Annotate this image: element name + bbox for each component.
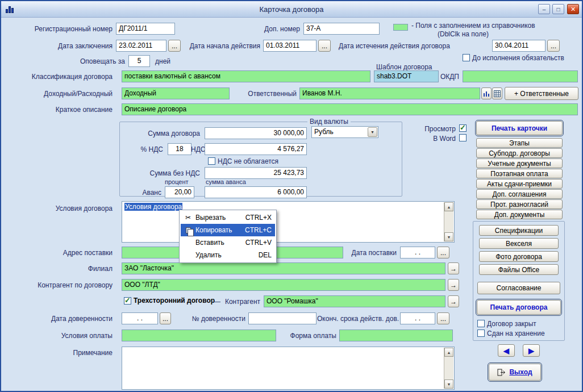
office-files-button[interactable]: Файлы Office [479,264,559,275]
counterparty-field[interactable]: ООО "ЛТД" [122,279,445,291]
end-date-field[interactable]: 30.04.2011 [492,40,545,52]
notify-suffix-label: дней [155,57,170,65]
notify-label: Оповещать за [7,57,125,65]
end-date-picker-button[interactable]: ... [547,40,560,52]
word-checkbox[interactable] [459,134,467,141]
classification-label: Классификация договора [7,73,113,81]
staged-payment-button[interactable]: Поэтапная оплата [476,169,563,178]
additional-docs-button[interactable]: Доп. документы [476,210,563,219]
addendums-button[interactable]: Доп. соглашения [476,189,563,199]
maximize-button[interactable]: □ [552,4,564,14]
contract-sum-field[interactable]: 30 000,00 [205,127,307,139]
print-contract-button[interactable]: Печать договора [477,300,561,315]
stages-button[interactable]: Этапы [476,138,563,148]
add-responsibles-button[interactable]: + Ответственные [505,87,578,100]
acceptance-acts-button[interactable]: Акты сдачи-приемки [476,179,563,189]
tripartite-counterparty-field[interactable]: ООО "Ромашка" [264,295,445,307]
advance-sum-field[interactable]: 6 000,00 [205,186,307,198]
specifications-button[interactable]: Спецификации [479,225,559,236]
note-scrollbar[interactable]: ▲ ▼ [444,348,453,389]
classification-field[interactable]: поставки валютный с авансом [122,70,370,82]
print-card-button[interactable]: Печать карточки [476,121,563,135]
currency-select[interactable]: Рубль ▼ [311,126,378,138]
preview-checkbox[interactable] [459,124,467,132]
preview-label: Просмотр [399,125,456,133]
tripartite-checkbox[interactable] [124,297,131,305]
note-textarea[interactable]: ▲ ▼ [122,347,455,390]
branch-label: Филиал [7,265,113,273]
delivery-date-picker-button[interactable]: ... [437,247,449,258]
end-date-label: Дата истечения действия договора [339,42,450,50]
attorney-date-picker-button[interactable]: ... [160,312,171,324]
branch-select-button[interactable]: → [448,262,459,274]
scroll-up-icon[interactable]: ▲ [444,202,453,211]
short-description-field[interactable]: Описание договора [122,103,578,115]
attorney-number-label: № доверенности [172,315,245,323]
contract-card-window: Карточка договора – □ ✕ Регистрационный … [0,0,583,392]
responsible-field[interactable]: Иванов М.Н. [299,87,480,99]
dop-number-field[interactable]: 37-А [303,23,380,35]
vat-field[interactable]: 4 576,27 [205,143,307,155]
payment-terms-field[interactable] [122,330,276,341]
okdp-field[interactable] [463,70,578,82]
branch-field[interactable]: ЗАО "Ласточка" [122,262,445,274]
arrow-right-icon: → [450,265,457,273]
conclusion-date-picker-button[interactable]: ... [168,40,181,52]
terms-scrollbar[interactable]: ▲ ▼ [444,202,453,241]
contract-photo-button[interactable]: Фото договора [479,251,559,262]
bills-button[interactable]: Векселя [479,238,559,249]
okdp-label: ОКДП [423,73,459,81]
attorney-end-picker-button[interactable]: ... [437,312,449,324]
attorney-number-field[interactable] [248,312,317,324]
income-expense-field[interactable]: Доходный [122,87,230,99]
menu-item-delete[interactable]: Удалить DEL [181,249,275,261]
scroll-down-icon[interactable]: ▼ [444,232,453,241]
notify-days-field[interactable]: 5 [128,55,150,67]
counterparty-label: Контрагент по договору [7,281,113,289]
menu-item-copy[interactable]: Копировать CTRL+C [181,224,275,236]
advance-percent-field[interactable]: 20,00 [165,186,194,198]
disagreements-button[interactable]: Прот. разногласий [476,199,563,209]
minimize-button[interactable]: – [538,4,550,14]
responsible-report-icon[interactable] [481,87,492,99]
responsible-table-icon[interactable] [492,87,502,99]
accounting-docs-button[interactable]: Учетные документы [476,159,563,168]
template-label: Шаблон договора [376,63,432,71]
until-fulfillment-checkbox[interactable] [463,54,470,61]
close-icon[interactable]: ✕ [567,4,579,14]
contract-terms-label: Условия договора [7,205,113,212]
stored-checkbox[interactable] [477,330,485,337]
no-vat-checkbox[interactable] [208,157,215,165]
stored-label: Сдан на хранение [487,330,545,337]
payment-form-field[interactable] [339,330,453,341]
chevron-down-icon[interactable]: ▼ [368,127,377,137]
attorney-date-field[interactable]: . . [122,312,158,324]
scroll-down-icon[interactable]: ▼ [444,380,453,389]
menu-item-cut[interactable]: ✂ Вырезать CTRL+X [181,211,275,224]
scroll-up-icon[interactable]: ▲ [444,348,453,357]
prev-record-button[interactable]: ◀ [498,344,515,357]
titlebar: Карточка договора – □ ✕ [1,1,582,18]
contract-terms-textarea[interactable]: Условия договора ▲ ▼ [122,201,455,243]
counterparty-select-button[interactable]: → [448,279,459,291]
start-date-field[interactable]: 01.03.2011 [263,40,317,52]
delivery-date-field[interactable]: . . [400,247,435,258]
conclusion-date-label: Дата заключения [7,42,113,50]
subcontracts-button[interactable]: Субподр. договоры [476,148,563,158]
exit-button[interactable]: Выход [489,364,541,381]
note-label: Примечание [7,349,113,357]
vat-percent-field[interactable]: 18 [168,143,191,155]
next-record-button[interactable]: ▶ [523,344,540,357]
conclusion-date-field[interactable]: 23.02.2011 [116,40,166,52]
menu-item-paste[interactable]: Вставить CTRL+V [181,236,275,249]
tripartite-select-button[interactable]: → [448,295,459,307]
attorney-end-field[interactable]: . . [400,312,435,324]
contract-closed-checkbox[interactable] [477,320,485,327]
attorney-end-label: Оконч. срока действ. дов. [317,315,397,323]
word-label: В Word [399,135,456,143]
reg-number-field[interactable]: ДГ2011/1 [116,23,175,35]
start-date-picker-button[interactable]: ... [318,40,331,52]
approval-button[interactable]: Согласование [477,282,560,294]
tripartite-counterparty-label: Контрагент [198,298,260,306]
sum-ex-vat-field[interactable]: 25 423,73 [205,167,307,179]
